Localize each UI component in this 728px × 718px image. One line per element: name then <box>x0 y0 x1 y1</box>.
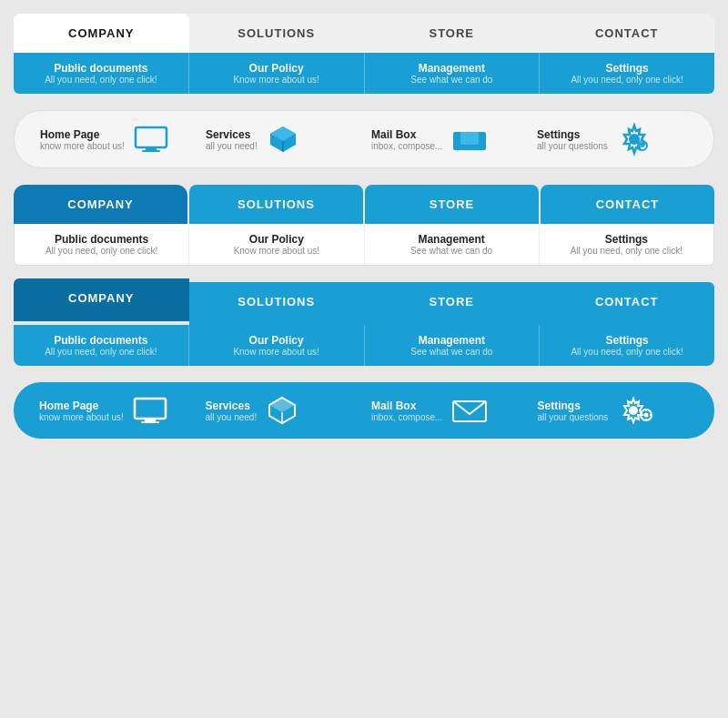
nav4-tabs: COMPANY SOLUTIONS STORE CONTACT <box>14 282 714 325</box>
monitor-icon <box>134 126 168 153</box>
iconbar1-services[interactable]: Services all you need! <box>198 119 364 159</box>
iconbar2-mailbox[interactable]: Mail Box inbox, compose... <box>364 394 531 427</box>
iconbar1: Home Page know more about us! Services a… <box>14 110 714 168</box>
iconbar1-homepage[interactable]: Home Page know more about us! <box>33 122 198 157</box>
nav4-tab-company[interactable]: COMPANY <box>14 278 189 321</box>
nav4-sub-public-docs[interactable]: Public documents All you need, only one … <box>14 325 189 366</box>
box-icon <box>267 123 299 156</box>
nav1-subnav: Public documents All you need, only one … <box>14 53 714 94</box>
svg-marker-15 <box>269 398 295 412</box>
nav1-tab-company[interactable]: COMPANY <box>14 14 189 53</box>
nav3-sub-management[interactable]: Management See what we can do <box>365 224 540 265</box>
navbar1: COMPANY SOLUTIONS STORE CONTACT Public d… <box>14 14 714 94</box>
nav3-tabs: COMPANY SOLUTIONS STORE CONTACT <box>14 185 714 224</box>
svg-rect-7 <box>460 132 479 145</box>
nav4-tab-store[interactable]: STORE <box>364 282 540 325</box>
nav3-tab-solutions[interactable]: SOLUTIONS <box>189 185 363 224</box>
iconbar2-services[interactable]: Services all you need! <box>198 390 365 430</box>
nav3-sub-settings[interactable]: Settings All you need, only one click! <box>540 224 713 265</box>
nav1-sub-settings[interactable]: Settings All you need, only one click! <box>540 53 714 94</box>
envelope-icon <box>451 398 488 423</box>
svg-point-10 <box>641 144 644 147</box>
iconbar1-mailbox[interactable]: Mail Box inbox, compose... <box>364 123 530 156</box>
nav3-tab-company[interactable]: COMPANY <box>14 185 187 224</box>
nav1-tab-store[interactable]: STORE <box>364 14 540 53</box>
box-icon-white <box>266 394 298 427</box>
svg-rect-12 <box>145 419 156 421</box>
nav1-sub-management[interactable]: Management See what we can do <box>365 53 541 94</box>
monitor-icon-white <box>133 397 167 424</box>
mailbox-icon <box>451 126 488 152</box>
nav4-tab-solutions[interactable]: SOLUTIONS <box>189 282 365 325</box>
svg-rect-1 <box>146 147 157 150</box>
nav3-tab-store[interactable]: STORE <box>365 185 539 224</box>
nav4-sub-settings[interactable]: Settings All you need, only one click! <box>540 325 714 366</box>
svg-rect-2 <box>142 150 160 152</box>
svg-point-20 <box>644 413 649 418</box>
iconbar2: Home Page know more about us! Services a… <box>14 382 714 439</box>
nav4-sub-management[interactable]: Management See what we can do <box>365 325 541 366</box>
gear-icon-white <box>617 393 657 428</box>
navbar3: COMPANY SOLUTIONS STORE CONTACT Public d… <box>14 185 714 266</box>
svg-point-18 <box>629 406 638 415</box>
navbar4: COMPANY SOLUTIONS STORE CONTACT Public d… <box>14 282 714 366</box>
nav3-sub-public-docs[interactable]: Public documents All you need, only one … <box>15 224 189 265</box>
nav1-tabs: COMPANY SOLUTIONS STORE CONTACT <box>14 14 714 53</box>
nav4-tab-contact[interactable]: CONTACT <box>540 282 715 325</box>
svg-rect-11 <box>135 399 166 419</box>
nav3-sub-policy[interactable]: Our Policy Know more about us! <box>189 224 364 265</box>
nav3-subnav: Public documents All you need, only one … <box>14 224 714 266</box>
nav1-tab-contact[interactable]: CONTACT <box>540 14 715 53</box>
nav4-subnav: Public documents All you need, only one … <box>14 325 714 366</box>
nav1-tab-solutions[interactable]: SOLUTIONS <box>189 14 365 53</box>
iconbar2-homepage[interactable]: Home Page know more about us! <box>32 393 198 428</box>
nav1-sub-public-docs[interactable]: Public documents All you need, only one … <box>14 53 189 94</box>
nav3-tab-contact[interactable]: CONTACT <box>541 185 714 224</box>
iconbar2-settings[interactable]: Settings all your questions <box>531 389 697 431</box>
gear-icon <box>617 122 652 157</box>
iconbar1-settings[interactable]: Settings all your questions <box>530 118 695 160</box>
svg-rect-0 <box>136 127 167 147</box>
nav4-sub-policy[interactable]: Our Policy Know more about us! <box>189 325 365 366</box>
svg-rect-13 <box>141 421 159 423</box>
nav1-sub-policy[interactable]: Our Policy Know more about us! <box>189 53 365 94</box>
